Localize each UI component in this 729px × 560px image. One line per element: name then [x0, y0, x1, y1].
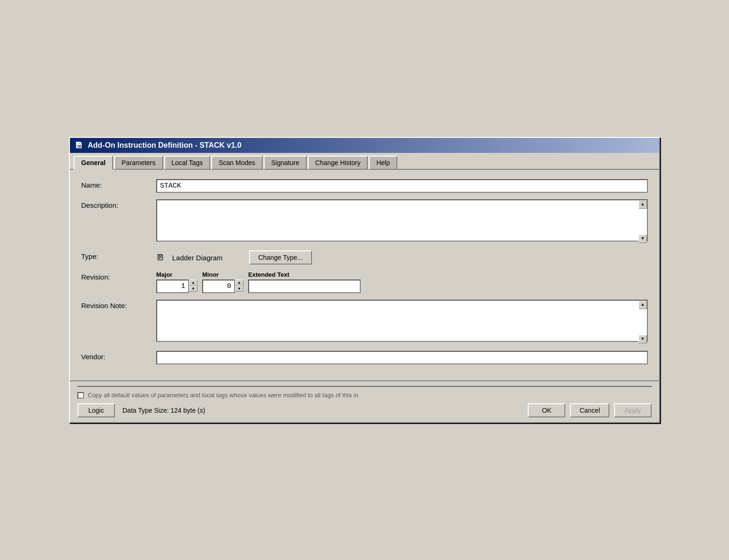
apply-button[interactable]: Apply — [614, 403, 652, 417]
action-row: Logic Data Type Size: 124 byte (s) OK Ca… — [77, 403, 652, 417]
description-textarea[interactable] — [156, 199, 648, 242]
ok-button[interactable]: OK — [528, 403, 565, 417]
revision-major-label: Major — [156, 271, 197, 278]
type-label: Type: — [81, 250, 156, 260]
revision-note-textarea[interactable] — [156, 300, 648, 342]
revision-minor-up[interactable]: ▲ — [235, 280, 243, 286]
cancel-button[interactable]: Cancel — [570, 403, 609, 417]
vendor-control — [156, 351, 648, 364]
revision-extended-group: Extended Text — [248, 271, 361, 293]
content-area: Name: Description: ▲ ▼ Type: — [70, 170, 659, 380]
name-control — [156, 179, 648, 193]
logic-button[interactable]: Logic — [77, 403, 115, 417]
name-label: Name: — [81, 179, 156, 189]
description-scroll-down[interactable]: ▼ — [638, 235, 647, 243]
bottom-bar: Copy all default values of parameters an… — [70, 380, 659, 422]
tab-change-history[interactable]: Change History — [308, 156, 368, 170]
description-scroll-up[interactable]: ▲ — [638, 200, 647, 209]
description-row: Description: ▲ ▼ — [81, 199, 648, 244]
tab-general[interactable]: General — [74, 156, 113, 170]
title-bar: 🖹 Add-On Instruction Definition - STACK … — [70, 138, 659, 153]
revision-note-scrollbar: ▲ ▼ — [638, 301, 647, 343]
revision-minor-label: Minor — [202, 271, 243, 278]
data-type-info: Data Type Size: 124 byte (s) — [122, 407, 520, 414]
main-window: 🖹 Add-On Instruction Definition - STACK … — [69, 137, 660, 423]
copy-label: Copy all default values of parameters an… — [88, 392, 358, 399]
tab-local-tags[interactable]: Local Tags — [164, 156, 211, 170]
revision-minor-spinner: ▲ ▼ — [202, 280, 243, 293]
description-wrapper: ▲ ▼ — [156, 199, 648, 244]
type-value: Ladder Diagram — [172, 254, 223, 262]
revision-major-group: Major ▲ ▼ — [156, 271, 197, 293]
revision-note-row: Revision Note: ▲ ▼ — [81, 300, 648, 344]
revision-major-spinner: ▲ ▼ — [156, 280, 197, 293]
revision-note-control: ▲ ▼ — [156, 300, 648, 344]
revision-extended-input[interactable] — [248, 280, 361, 293]
type-row: Type: 🖹 Ladder Diagram Change Type... — [81, 250, 648, 265]
revision-row: Revision: Major ▲ ▼ Mino — [81, 271, 648, 293]
type-control: 🖹 Ladder Diagram Change Type... — [156, 250, 648, 265]
revision-minor-btns: ▲ ▼ — [235, 280, 243, 293]
vendor-row: Vendor: — [81, 351, 648, 364]
vendor-label: Vendor: — [81, 351, 156, 361]
revision-area: Major ▲ ▼ Minor — [156, 271, 648, 293]
description-scrollbar: ▲ ▼ — [638, 200, 647, 243]
revision-major-input[interactable] — [156, 280, 189, 293]
copy-checkbox[interactable] — [77, 392, 84, 399]
revision-minor-down[interactable]: ▼ — [235, 286, 243, 292]
tab-signature[interactable]: Signature — [264, 156, 307, 170]
window-icon: 🖹 — [75, 141, 84, 150]
tab-scan-modes[interactable]: Scan Modes — [211, 156, 263, 170]
tab-parameters[interactable]: Parameters — [114, 156, 163, 170]
revision-note-wrapper: ▲ ▼ — [156, 300, 648, 344]
tab-bar: General Parameters Local Tags Scan Modes… — [70, 153, 659, 170]
change-type-button[interactable]: Change Type... — [249, 250, 312, 265]
copy-row: Copy all default values of parameters an… — [77, 392, 652, 399]
revision-note-label: Revision Note: — [81, 300, 156, 310]
revision-major-up[interactable]: ▲ — [189, 280, 197, 286]
revision-extended-label: Extended Text — [248, 271, 361, 278]
revision-note-scroll-up[interactable]: ▲ — [638, 301, 647, 309]
revision-major-down[interactable]: ▼ — [189, 286, 197, 292]
name-row: Name: — [81, 179, 648, 193]
revision-label: Revision: — [81, 271, 156, 281]
revision-major-btns: ▲ ▼ — [189, 280, 197, 293]
type-display: 🖹 Ladder Diagram Change Type... — [156, 250, 648, 265]
description-label: Description: — [81, 199, 156, 209]
revision-minor-group: Minor ▲ ▼ — [202, 271, 243, 293]
vendor-input[interactable] — [156, 351, 648, 364]
name-input[interactable] — [156, 179, 648, 193]
revision-note-scroll-down[interactable]: ▼ — [638, 335, 647, 343]
separator — [77, 386, 652, 387]
description-control: ▲ ▼ — [156, 199, 648, 244]
type-icon: 🖹 — [156, 253, 165, 263]
window-title: Add-On Instruction Definition - STACK v1… — [88, 141, 242, 150]
revision-minor-input[interactable] — [202, 280, 235, 293]
tab-help[interactable]: Help — [369, 156, 397, 170]
revision-control: Major ▲ ▼ Minor — [156, 271, 648, 293]
action-buttons: OK Cancel Apply — [528, 403, 652, 417]
